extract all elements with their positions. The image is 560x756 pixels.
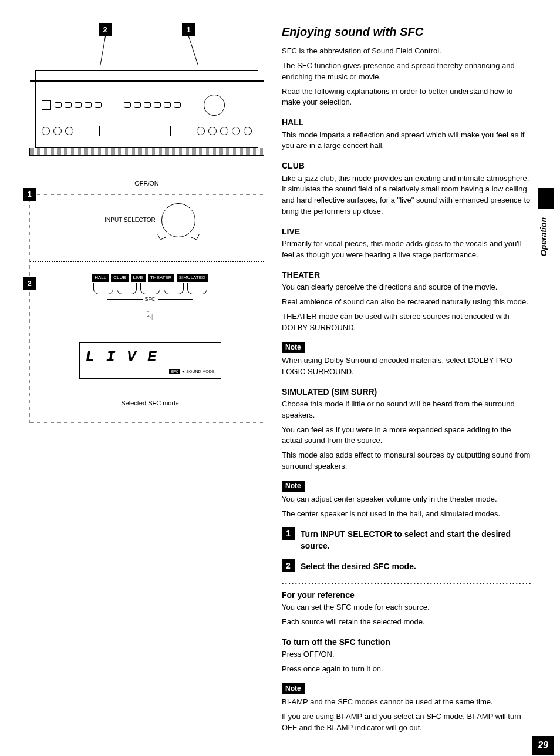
side-tab-block — [538, 188, 554, 209]
page-title: Enjoying sound with SFC — [282, 23, 532, 42]
theater-text-2: Real ambience of sound can also be recre… — [282, 297, 532, 308]
club-heading: CLUB — [282, 160, 532, 172]
device-illustration — [35, 70, 258, 148]
step-1-text: Turn INPUT SELECTOR to select and start … — [301, 527, 532, 552]
note-3a: BI-AMP and the SFC modes cannot be used … — [282, 697, 532, 708]
lcd-display: L I V E SFC ◄ SOUND MODE — [79, 342, 221, 379]
club-text: Like a jazz club, this mode provides an … — [282, 173, 532, 217]
note-2b: The center speaker is not used in the ha… — [282, 509, 532, 520]
divider-dots: ........................................… — [282, 577, 532, 588]
off-2: Press once again to turn it on. — [282, 664, 532, 675]
sim-text-1: Choose this mode if little or no sound w… — [282, 399, 532, 421]
lcd-mode-text: L I V E — [86, 347, 215, 369]
theater-text-3: THEATER mode can be used with stereo sou… — [282, 311, 532, 334]
ref-1: You can set the SFC mode for each source… — [282, 602, 532, 613]
sim-text-2: You can feel as if you were in a more ex… — [282, 425, 532, 447]
sfc-mode-labels: HALL CLUB LIVE THEATER SIMULATED — [48, 274, 252, 282]
theater-text-1: You can clearly perceive the directions … — [282, 282, 532, 293]
pointing-hand-icon: ☟ — [48, 307, 252, 325]
sfc-group-label: SFC — [48, 295, 252, 303]
right-text-column: Enjoying sound with SFC SFC is the abbre… — [282, 23, 532, 737]
live-heading: LIVE — [282, 226, 532, 237]
panel-callout-2: 2 — [23, 277, 36, 290]
input-selector-label: INPUT SELECTOR — [104, 216, 155, 225]
device-main-knob — [204, 95, 225, 116]
callout-2-top: 2 — [99, 23, 112, 36]
theater-heading: THEATER — [282, 269, 532, 281]
sim-text-3: This mode also adds effect to monaural s… — [282, 450, 532, 472]
intro-2: The SFC function gives presence and spre… — [282, 61, 532, 83]
note-3b: If you are using BI-AMP and you select a… — [282, 711, 532, 734]
off-on-label: OFF/ON — [29, 179, 264, 189]
step-2-number: 2 — [282, 559, 295, 572]
callout-1-top: 1 — [182, 23, 195, 36]
simulated-heading: SIMULATED (SIM SURR) — [282, 386, 532, 398]
steps-panel: 1 2 INPUT SELECTOR HALL CLUB LIVE THEATE… — [29, 194, 264, 423]
turnoff-heading: To turn off the SFC function — [282, 636, 532, 648]
note-badge-3: Note — [282, 683, 305, 694]
intro-3: Read the following explanations in order… — [282, 86, 532, 109]
note-badge-2: Note — [282, 481, 305, 492]
input-selector-knob — [161, 203, 195, 237]
hall-heading: HALL — [282, 116, 532, 128]
left-diagram-column: 2 1 — [29, 23, 264, 737]
ref-2: Each source will retain the selected mod… — [282, 617, 532, 628]
note-1-text: When using Dolby Surround encoded materi… — [282, 355, 532, 378]
panel-callout-1: 1 — [23, 188, 36, 201]
side-tab-label: Operation — [538, 217, 549, 256]
reference-heading: For your reference — [282, 589, 532, 601]
device-display — [99, 126, 171, 136]
live-text: Primarily for vocal pieces, this mode ad… — [282, 238, 532, 261]
sfc-buttons-row — [48, 283, 252, 294]
page-number: 29 — [532, 736, 554, 754]
note-badge-1: Note — [282, 342, 305, 353]
intro-1: SFC is the abbreviation of Sound Field C… — [282, 46, 532, 57]
lcd-caption: Selected SFC mode — [48, 399, 252, 408]
step-1-number: 1 — [282, 527, 295, 540]
step-2-text: Select the desired SFC mode. — [301, 559, 416, 572]
note-2a: You can adjust center speaker volume onl… — [282, 494, 532, 505]
hall-text: This mode imparts a reflection and sprea… — [282, 130, 532, 152]
off-1: Press OFF/ON. — [282, 649, 532, 660]
